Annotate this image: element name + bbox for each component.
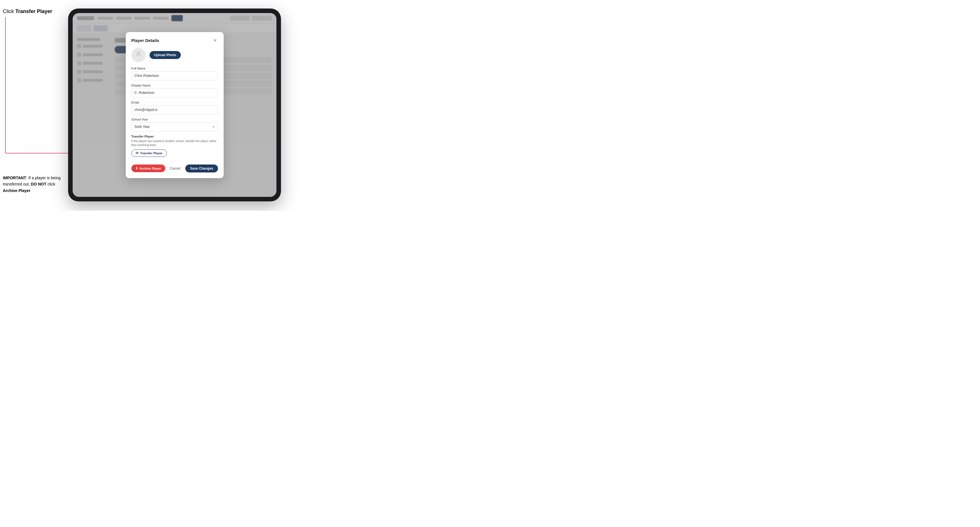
display-name-group: Display Name bbox=[131, 84, 218, 97]
transfer-icon: ⟳ bbox=[136, 151, 138, 155]
important-label: IMPORTANT bbox=[3, 176, 26, 180]
email-group: Email bbox=[131, 101, 218, 114]
modal-footer: ⬇ Archive Player Cancel Save Changes bbox=[131, 161, 218, 173]
full-name-input[interactable] bbox=[131, 71, 218, 80]
avatar bbox=[131, 48, 146, 62]
footer-right: Cancel Save Changes bbox=[167, 165, 218, 173]
modal-header: Player Details ✕ bbox=[131, 38, 218, 43]
display-name-label: Display Name bbox=[131, 84, 218, 87]
avatar-icon bbox=[135, 51, 142, 59]
modal-close-button[interactable]: ✕ bbox=[212, 38, 218, 43]
bottom-instruction: IMPORTANT: If a player is being transfer… bbox=[3, 175, 68, 194]
save-changes-button[interactable]: Save Changes bbox=[185, 165, 218, 173]
email-label: Email bbox=[131, 101, 218, 104]
archive-player-button[interactable]: ⬇ Archive Player bbox=[131, 165, 165, 172]
modal-title: Player Details bbox=[131, 38, 159, 43]
transfer-player-btn-label: Transfer Player bbox=[140, 151, 163, 155]
photo-row: Upload Photo bbox=[131, 48, 218, 62]
school-year-label: School Year bbox=[131, 118, 218, 121]
full-name-group: Full Name bbox=[131, 67, 218, 80]
tablet-screen: Player Details ✕ Upload Photo bbox=[73, 13, 277, 197]
top-instruction-bold: Transfer Player bbox=[15, 8, 52, 14]
full-name-label: Full Name bbox=[131, 67, 218, 70]
transfer-description: If this player has moved to another scho… bbox=[131, 139, 218, 147]
transfer-section: Transfer Player If this player has moved… bbox=[131, 135, 218, 157]
archive-btn-label: Archive Player bbox=[140, 167, 161, 170]
transfer-player-button[interactable]: ⟳ Transfer Player bbox=[131, 149, 167, 157]
display-name-input[interactable] bbox=[131, 88, 218, 97]
player-details-modal: Player Details ✕ Upload Photo bbox=[126, 32, 224, 178]
transfer-section-label: Transfer Player bbox=[131, 135, 218, 138]
school-year-group: School Year First Year Second Year Third… bbox=[131, 118, 218, 131]
top-instruction: Click Transfer Player bbox=[3, 8, 52, 15]
school-year-select[interactable]: First Year Second Year Third Year Fourth… bbox=[131, 122, 218, 131]
archive-icon: ⬇ bbox=[135, 167, 138, 170]
upload-photo-button[interactable]: Upload Photo bbox=[150, 51, 181, 59]
modal-overlay: Player Details ✕ Upload Photo bbox=[73, 13, 277, 197]
email-input[interactable] bbox=[131, 105, 218, 114]
cancel-button[interactable]: Cancel bbox=[167, 165, 183, 172]
tablet-frame: Player Details ✕ Upload Photo bbox=[68, 8, 281, 202]
svg-point-3 bbox=[137, 52, 140, 54]
